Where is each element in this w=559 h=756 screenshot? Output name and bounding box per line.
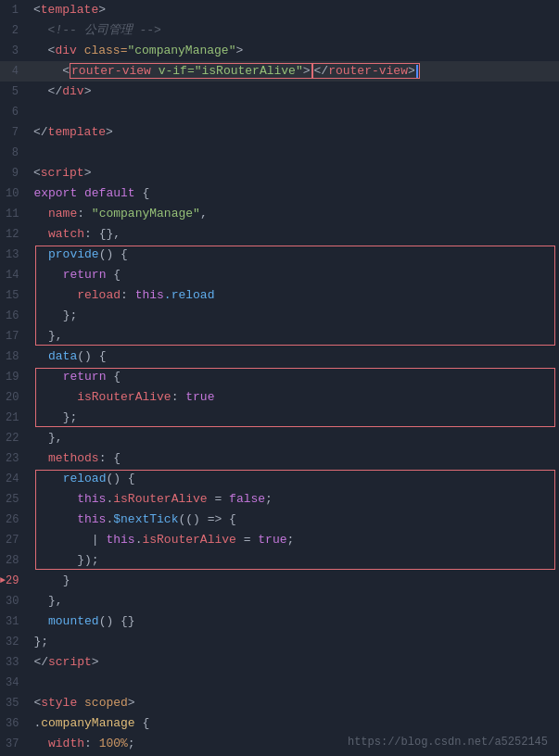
code-line: 7</template> (0, 122, 559, 143)
token-tag-bracket: > (128, 696, 135, 710)
token-plain: = (208, 492, 229, 506)
code-editor: 1<template>2 <!-- 公司管理 -->3 <div class="… (0, 0, 559, 756)
token-tag-bracket: < (33, 166, 41, 180)
token-kw: true (185, 390, 214, 404)
line-number: 12 (0, 225, 30, 244)
token-plain (33, 614, 48, 628)
code-line: 2 <!-- 公司管理 --> (0, 20, 559, 41)
token-plain: }; (33, 635, 48, 649)
token-plain: : (121, 288, 135, 302)
line-content: provide() { (30, 246, 559, 264)
code-line: 27 | this.isRouterAlive = true; (0, 530, 559, 550)
line-content: export default { (30, 184, 559, 203)
token-fn: mounted (48, 614, 99, 628)
line-number: 22 (0, 429, 30, 447)
token-str: "companyManage" (127, 44, 235, 57)
line-number: 36 (0, 714, 30, 733)
token-tag: style (41, 696, 77, 710)
token-prop: width (48, 737, 84, 750)
token-plain: { (106, 268, 121, 282)
token-prop: name (48, 207, 77, 220)
token-prop: watch (48, 227, 84, 241)
code-line: 20 isRouterAlive: true (0, 387, 559, 408)
token-kw: export (33, 186, 84, 200)
code-line: 11 name: "companyManage", (0, 204, 559, 224)
line-number: 15 (0, 286, 30, 305)
code-line: 25 this.isRouterAlive = false; (0, 489, 559, 510)
token-plain (33, 207, 48, 220)
line-number: 7 (0, 123, 30, 142)
code-line: 22 }, (0, 428, 559, 448)
code-line: 21 }; (0, 408, 559, 428)
line-content: </template> (30, 123, 559, 142)
token-plain (33, 553, 77, 567)
token-plain (33, 44, 48, 57)
line-number: 33 (0, 653, 30, 672)
token-plain: | (33, 533, 106, 547)
line-content: | this.isRouterAlive = true; (30, 531, 559, 549)
line-number: 5 (0, 82, 30, 101)
token-fn: data (48, 349, 77, 363)
line-number: 23 (0, 449, 30, 468)
line-content: name: "companyManage", (30, 205, 559, 223)
token-kw: this (77, 512, 106, 526)
token-plain (33, 573, 62, 587)
token-tag-bracket: > (235, 44, 243, 57)
token-tag-bracket: > (84, 166, 92, 180)
line-content: }, (30, 429, 559, 447)
token-plain: }, (48, 431, 63, 445)
token-plain: } (63, 573, 70, 587)
line-number: 9 (0, 164, 30, 183)
line-content: </div> (30, 82, 559, 101)
token-plain (33, 84, 48, 98)
token-plain: ; (287, 533, 295, 547)
token-plain (33, 512, 77, 526)
line-content: this.isRouterAlive = false; (30, 490, 559, 509)
token-kw: true (258, 533, 286, 547)
line-content: data() { (30, 347, 559, 366)
line-number: 10 (0, 184, 30, 203)
token-plain (77, 696, 84, 710)
token-plain (33, 390, 77, 404)
line-content: }, (30, 327, 559, 346)
code-line: 26 this.$nextTick(() => { (0, 510, 559, 530)
line-number: 20 (0, 388, 30, 407)
code-line: 8 (0, 143, 559, 163)
token-str: "companyManage" (92, 207, 200, 220)
line-number: 32 (0, 633, 30, 651)
token-plain: : (77, 207, 92, 220)
line-number: 2 (0, 21, 30, 40)
token-plain: : { (99, 451, 121, 465)
code-line: 23 methods: { (0, 448, 559, 469)
token-comment: <!-- 公司管理 --> (48, 23, 161, 37)
token-plain: }; (63, 309, 78, 322)
token-plain (33, 737, 48, 750)
token-plain: }); (77, 553, 98, 567)
line-number: 17 (0, 327, 30, 346)
token-plain: () { (77, 349, 106, 363)
line-content: return { (30, 368, 559, 386)
token-prop: reload (77, 288, 121, 302)
token-plain: { (106, 370, 121, 384)
line-number: 14 (0, 266, 30, 284)
token-plain: ; (128, 737, 135, 750)
token-kw: return (63, 370, 107, 384)
token-plain: , (200, 207, 208, 220)
code-line: 17 }, (0, 326, 559, 346)
line-number: 30 (0, 592, 30, 611)
code-line: 36.companyManage { (0, 713, 559, 734)
token-attr: scoped (84, 696, 128, 710)
code-line: 5 </div> (0, 82, 559, 102)
line-number: 27 (0, 531, 30, 549)
token-prop: isRouterAlive (142, 533, 235, 547)
token-plain: = (236, 533, 258, 547)
line-content: reload: this.reload (30, 286, 559, 305)
line-content: <style scoped> (30, 694, 559, 712)
code-line: 33</script> (0, 652, 559, 673)
token-tag: template (48, 125, 106, 139)
token-plain: }, (48, 594, 63, 608)
line-number: 4 (0, 62, 30, 81)
line-content: methods: { (30, 449, 559, 468)
token-plain (33, 451, 48, 465)
code-line: 9<script> (0, 163, 559, 183)
